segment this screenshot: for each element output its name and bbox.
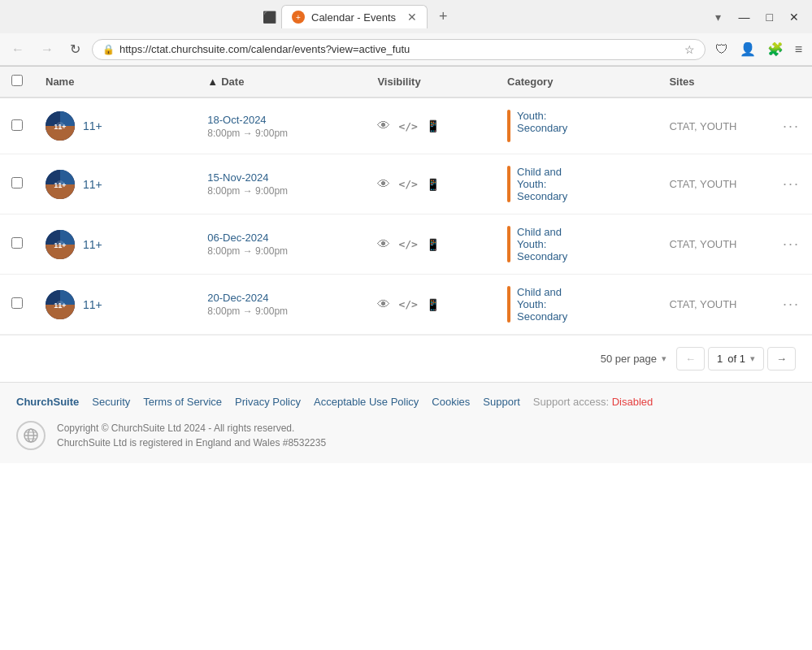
row-actions-cell-2: ···: [771, 214, 812, 275]
event-category-2[interactable]: Child andYouth:Secondary: [517, 226, 567, 262]
row-date-cell-1: 15-Nov-2024 8:00pm → 9:00pm: [196, 154, 366, 214]
event-category-3[interactable]: Child andYouth:Secondary: [517, 286, 567, 323]
svg-text:11+: 11+: [54, 241, 66, 249]
row-select-3[interactable]: [11, 297, 23, 309]
visibility-eye-icon-0[interactable]: 👁: [377, 119, 390, 133]
visibility-eye-icon-2[interactable]: 👁: [377, 237, 390, 252]
event-category-1[interactable]: Child andYouth:Secondary: [517, 166, 567, 202]
event-sites-0: CTAT, YOUTH: [669, 120, 736, 132]
table-header: Name ▲Date Visibility Category Sites: [0, 67, 812, 98]
window-controls: — □ ✕: [732, 7, 805, 27]
forward-button[interactable]: →: [36, 39, 59, 60]
event-date-2[interactable]: 06-Dec-2024: [207, 232, 354, 244]
footer-privacy-link[interactable]: Privacy Policy: [235, 396, 301, 408]
user-button[interactable]: 👤: [736, 38, 759, 60]
bookmark-button[interactable]: ☆: [684, 43, 695, 56]
footer-bottom: Copyright © ChurchSuite Ltd 2024 - All r…: [16, 421, 796, 450]
event-date-1[interactable]: 15-Nov-2024: [207, 171, 354, 184]
row-actions-cell-0: ···: [771, 98, 812, 154]
extensions-button[interactable]: 🧩: [764, 38, 787, 60]
row-action-menu-3[interactable]: ···: [783, 296, 800, 312]
footer-cookies-link[interactable]: Cookies: [432, 396, 470, 408]
row-select-0[interactable]: [11, 119, 23, 131]
browser-tab-active[interactable]: + Calendar - Events ✕: [281, 5, 428, 28]
footer-security-link[interactable]: Security: [92, 396, 130, 408]
new-tab-button[interactable]: +: [432, 5, 454, 28]
visibility-embed-icon-0[interactable]: </>: [398, 120, 417, 132]
footer-links: ChurchSuite Security Terms of Service Pr…: [16, 396, 796, 408]
row-category-cell-1: Child andYouth:Secondary: [496, 154, 658, 214]
pagination-nav: ← 1 of 1 ▾ →: [676, 347, 796, 370]
row-checkbox-1[interactable]: [0, 154, 34, 214]
category-bar-0: [507, 110, 510, 142]
tab-title: Calendar - Events: [311, 11, 396, 24]
sidebar-toggle[interactable]: ⬛: [263, 11, 276, 24]
category-bar-3: [507, 286, 510, 323]
event-time-0: 8:00pm → 9:00pm: [207, 128, 354, 139]
event-time-1: 8:00pm → 9:00pm: [207, 185, 354, 197]
maximize-button[interactable]: □: [760, 7, 779, 27]
tab-close-button[interactable]: ✕: [407, 11, 417, 24]
footer-support-link[interactable]: Support: [483, 396, 520, 408]
event-name-0[interactable]: 11+: [83, 119, 102, 132]
event-name-1[interactable]: 11+: [83, 178, 102, 191]
row-select-2[interactable]: [11, 237, 23, 249]
event-date-3[interactable]: 20-Dec-2024: [207, 292, 354, 304]
reload-button[interactable]: ↻: [65, 38, 85, 60]
prev-page-button[interactable]: ←: [676, 347, 705, 370]
event-name-3[interactable]: 11+: [83, 298, 102, 311]
row-sites-cell-0: CTAT, YOUTH: [658, 98, 771, 154]
footer-support-access[interactable]: Support access: Disabled: [533, 396, 653, 408]
header-date[interactable]: ▲Date: [196, 67, 366, 98]
close-button[interactable]: ✕: [783, 7, 805, 27]
header-checkbox[interactable]: [0, 67, 34, 98]
visibility-mobile-icon-0[interactable]: 📱: [426, 119, 440, 132]
per-page-label: 50 per page: [601, 353, 657, 365]
row-date-cell-3: 20-Dec-2024 8:00pm → 9:00pm: [196, 275, 366, 335]
table-body: 11+ 11+ 18-Oct-2024 8:00pm → 9:00pm 👁 </…: [0, 98, 812, 335]
row-name-cell-2: 11+ 11+: [34, 214, 196, 275]
row-actions-cell-3: ···: [771, 275, 812, 335]
support-access-label: Support access:: [533, 396, 609, 408]
footer-terms-link[interactable]: Terms of Service: [143, 396, 222, 408]
visibility-embed-icon-2[interactable]: </>: [398, 238, 417, 250]
row-checkbox-0[interactable]: [0, 98, 34, 154]
select-all-checkbox[interactable]: [11, 75, 23, 86]
visibility-mobile-icon-1[interactable]: 📱: [426, 178, 440, 191]
row-checkbox-3[interactable]: [0, 275, 34, 335]
visibility-embed-icon-3[interactable]: </>: [398, 298, 417, 310]
menu-button[interactable]: ≡: [792, 39, 805, 60]
row-action-menu-1[interactable]: ···: [783, 176, 800, 192]
event-sites-3: CTAT, YOUTH: [669, 298, 736, 310]
visibility-mobile-icon-2[interactable]: 📱: [426, 238, 440, 251]
row-category-cell-2: Child andYouth:Secondary: [496, 214, 658, 275]
visibility-eye-icon-1[interactable]: 👁: [377, 177, 390, 192]
table-row: 11+ 11+ 15-Nov-2024 8:00pm → 9:00pm 👁 </…: [0, 154, 812, 214]
row-action-menu-0[interactable]: ···: [783, 118, 800, 134]
visibility-mobile-icon-3[interactable]: 📱: [426, 298, 440, 311]
page-indicator[interactable]: 1 of 1 ▾: [708, 347, 764, 370]
footer-churchsuite-link[interactable]: ChurchSuite: [16, 396, 79, 408]
event-name-2[interactable]: 11+: [83, 238, 102, 251]
row-checkbox-2[interactable]: [0, 214, 34, 275]
footer-acceptable-use-link[interactable]: Acceptable Use Policy: [314, 396, 419, 408]
address-bar[interactable]: 🔒 https://ctat.churchsuite.com/calendar/…: [92, 39, 706, 60]
shield-button[interactable]: 🛡: [712, 39, 732, 60]
event-date-0[interactable]: 18-Oct-2024: [207, 114, 354, 126]
toolbar-right: 🛡 👤 🧩 ≡: [712, 38, 805, 60]
minimize-button[interactable]: —: [732, 7, 757, 27]
visibility-eye-icon-3[interactable]: 👁: [377, 297, 390, 312]
back-button[interactable]: ←: [7, 39, 29, 60]
svg-text:11+: 11+: [54, 123, 66, 131]
row-action-menu-2[interactable]: ···: [783, 236, 800, 252]
row-name-cell-0: 11+ 11+: [34, 98, 196, 154]
event-avatar-0: 11+: [46, 111, 75, 141]
security-icon: 🔒: [102, 44, 115, 55]
per-page-select[interactable]: 50 per page ▾: [601, 353, 667, 365]
event-sites-2: CTAT, YOUTH: [669, 238, 736, 250]
visibility-embed-icon-1[interactable]: </>: [398, 178, 417, 190]
next-page-button[interactable]: →: [767, 347, 796, 370]
event-category-0[interactable]: Youth:Secondary: [517, 110, 567, 134]
row-select-1[interactable]: [11, 177, 23, 188]
tab-overflow-button[interactable]: ▾: [715, 11, 721, 24]
